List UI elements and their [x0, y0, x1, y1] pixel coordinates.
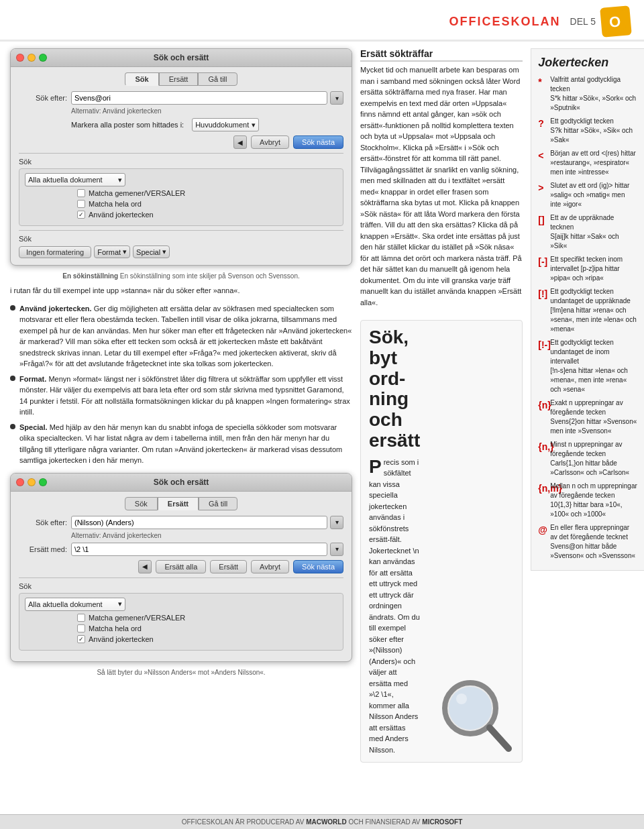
ersatt-alla-button[interactable]: Ersätt alla [156, 560, 206, 573]
sok-efter-input[interactable] [71, 91, 327, 105]
dialog2-anvand-checkbox[interactable]: ✓ [77, 635, 85, 643]
dialog2-match-hela-checkbox[interactable] [77, 624, 85, 632]
dialog1-caption: En sökinställning En sökinställning som … [10, 272, 352, 280]
ersatt-title: Ersätt sökträffar [360, 48, 523, 62]
ersatt-body: Mycket tid och manuellt arbete kan bespa… [360, 64, 523, 308]
anvand-jokertecken-label: Använd jokertecken [89, 211, 154, 219]
anvand-jokertecken-checkbox[interactable]: ✓ [77, 211, 85, 219]
match-gemener-checkbox[interactable] [77, 189, 85, 197]
sok-efter-dropdown[interactable]: ▾ [330, 91, 343, 105]
bullet-format-text: Format. Menyn »format« längst ner i sökf… [19, 374, 352, 418]
dialog2-sok-label: Sök [19, 582, 343, 590]
dialog2-alla-aktuella-dropdown[interactable]: Alla aktuella dokument ▾ [25, 598, 125, 611]
tab-sok[interactable]: Sök [125, 72, 158, 86]
sok-options-box: Alla aktuella dokument ▾ Matcha gemener/… [19, 168, 343, 226]
header-logo: OFFICESKOLAN DEL 5 O [449, 7, 631, 36]
dialog2-match-gemener-checkbox[interactable] [77, 614, 85, 622]
left-arrow-btn[interactable]: ◀ [233, 135, 247, 149]
anvand-jokertecken-row: ✓ Använd jokertecken [77, 211, 337, 219]
main-content: Sök och ersätt Sök Ersätt Gå till Sök ef… [0, 42, 644, 769]
alla-aktuella-dropdown[interactable]: Alla aktuella dokument ▾ [25, 173, 125, 186]
dialog2-match-hela-row: Matcha hela ord [77, 624, 337, 632]
dialog2-sok-dropdown[interactable]: ▾ [330, 516, 343, 529]
dialog2-alla-aktuella-row: Alla aktuella dokument ▾ [25, 598, 337, 611]
markera-select[interactable]: Huvuddokument ▾ [192, 118, 259, 131]
jokertecken-desc-6: Ett godtyckligt tecken undantaget de upp… [550, 287, 637, 334]
ingen-formatering-button[interactable]: Ingen formatering [19, 246, 91, 258]
footer-text: OFFICESKOLAN ÄR PRODUCERAD AV MACWORLD O… [182, 818, 463, 826]
sok-nasta-button[interactable]: Sök nästa [293, 135, 343, 149]
dialog2-sep1 [19, 577, 343, 578]
jokertecken-desc-3: Slutet av ett ord (ig)> hittar »salig« o… [550, 181, 637, 209]
svg-line-4 [490, 728, 508, 749]
jokertecken-symbol-7: [!-] [538, 339, 550, 352]
format-bar: Ingen formatering Format ▾ Special ▾ [19, 245, 343, 258]
jokertecken-desc-8: Exakt n upprepningar av föregående tecke… [550, 398, 637, 436]
mac-buttons [16, 54, 47, 62]
avbryt-button[interactable]: Avbryt [251, 135, 289, 149]
tab-ga-till[interactable]: Gå till [198, 72, 237, 86]
dialog2-match-hela-label: Matcha hela ord [89, 624, 142, 632]
bullet-special-text: Special. Med hjälp av den här menyn kan … [19, 422, 352, 466]
jokertecken-desc-4: Ett av de uppräknade tecknenS[aij]k hitt… [550, 213, 637, 251]
jokertecken-item-6: [!] Ett godtyckligt tecken undantaget de… [538, 287, 637, 334]
jokertecken-desc-10: Mellan n och m upprepningar av föregåend… [550, 482, 637, 519]
jokertecken-desc-11: En eller flera upprepningar av det föreg… [550, 523, 637, 561]
dialog1-tabs: Sök Ersätt Gå till [19, 72, 343, 86]
tab-ersatt[interactable]: Ersätt [159, 72, 199, 86]
tab2-ersatt[interactable]: Ersätt [158, 497, 199, 510]
bullet-anvand-text: Använd jokertecken. Ger dig möjligheten … [19, 303, 352, 370]
dialog1-title: Sök och ersätt [154, 53, 209, 62]
markera-row: Markera alla poster som hittades i: Huvu… [71, 118, 343, 131]
jokertecken-item-9: {n,} Minst n upprepningar av föregående … [538, 440, 637, 478]
jokertecken-desc-5: Ett specifikt tecken inom intervallet [p… [550, 255, 637, 283]
close-button2[interactable] [16, 478, 24, 486]
dialog2: Sök och ersätt Sök Ersätt Gå till Sök ef… [10, 473, 352, 662]
minimize-button[interactable] [28, 54, 36, 62]
dialog2-ersatt-dropdown[interactable]: ▾ [330, 543, 343, 556]
special-dropdown[interactable]: Special ▾ [133, 245, 170, 258]
header-title: OFFICESKOLAN [449, 15, 561, 29]
close-button[interactable] [16, 54, 24, 62]
format-dropdown[interactable]: Format ▾ [94, 245, 130, 258]
dialog2-body: Sök Ersätt Gå till Sök efter: ▾ Alternat… [11, 492, 352, 661]
article-intro-text: i rutan får du till exempel inte upp »st… [10, 285, 352, 296]
jokertecken-desc-0: Valfritt antal godtyckliga teckenS*k hit… [550, 75, 637, 113]
jokertecken-item-8: {n} Exakt n upprepningar av föregående t… [538, 398, 637, 436]
dialog2-title: Sök och ersätt [154, 478, 209, 487]
match-hela-row: Matcha hela ord [77, 200, 337, 208]
jokertecken-item-4: [] Ett av de uppräknade tecknenS[aij]k h… [538, 213, 637, 251]
big-p-letter: P [369, 459, 382, 475]
jokertecken-symbol-11: @ [538, 524, 550, 537]
dialog2-match-gemener-label: Matcha gemener/VERSALER [89, 614, 185, 622]
tab2-sok[interactable]: Sök [125, 497, 158, 510]
match-hela-checkbox[interactable] [77, 200, 85, 208]
tab2-ga-till[interactable]: Gå till [199, 497, 237, 510]
maximize-button2[interactable] [39, 478, 47, 486]
dialog2-buttons: ◀ Ersätt alla Ersätt Avbryt Sök nästa [19, 560, 343, 573]
dialog2-avbryt-button[interactable]: Avbryt [251, 560, 289, 573]
footer: OFFICESKOLAN ÄR PRODUCERAD AV MACWORLD O… [0, 814, 644, 829]
dialog2-ersatt-input[interactable] [71, 543, 327, 556]
bullet-dot-3 [10, 424, 15, 429]
right-area: Ersätt sökträffar Mycket tid och manuell… [360, 48, 523, 763]
jokertecken-item-2: < Början av ett ord <(res) hittar »resta… [538, 149, 637, 177]
bullet-anvand: Använd jokertecken. Ger dig möjligheten … [10, 303, 352, 370]
dialog2-sok-nasta-button[interactable]: Sök nästa [293, 560, 343, 573]
jokertecken-symbol-1: ? [538, 117, 550, 131]
jokertecken-item-0: * Valfritt antal godtyckliga teckenS*k h… [538, 75, 637, 113]
dialog2-left-arrow[interactable]: ◀ [138, 560, 152, 573]
jokertecken-symbol-9: {n,} [538, 441, 550, 454]
ersatt-button[interactable]: Ersätt [210, 560, 247, 573]
dialog2-ersatt-label: Ersätt med: [19, 545, 67, 553]
jokertecken-desc-1: Ett godtyckligt teckenS?k hittar »Sök«, … [550, 117, 637, 145]
jokertecken-symbol-0: * [538, 76, 550, 89]
dialog2-anvand-row: ✓ Använd jokertecken [77, 635, 337, 643]
svg-point-3 [449, 687, 492, 730]
dialog2-sok-efter-input[interactable] [71, 516, 327, 529]
sok-label: Sök [19, 158, 343, 166]
minimize-button2[interactable] [28, 478, 36, 486]
maximize-button[interactable] [39, 54, 47, 62]
jokertecken-symbol-4: [] [538, 214, 550, 227]
dialog2-alternativ: Alternativ: Använd jokertecken [71, 532, 343, 539]
